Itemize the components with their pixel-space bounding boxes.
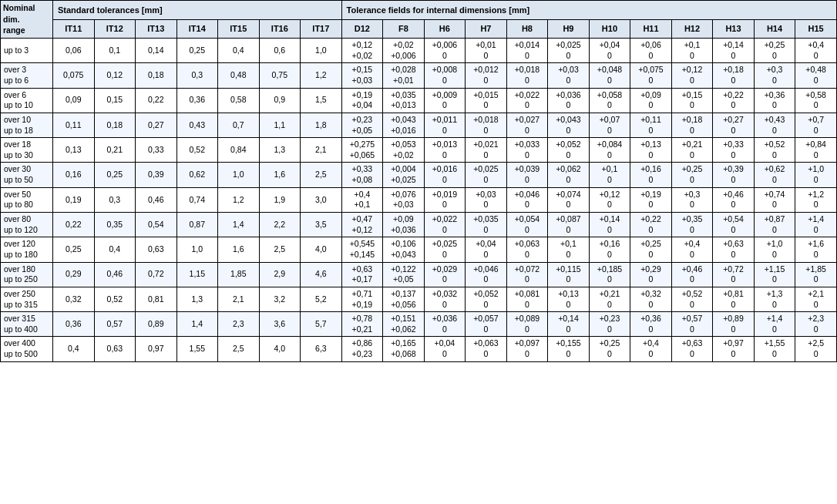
- tol-value: +0,122+0,05: [383, 262, 425, 287]
- it-value: 2,9: [259, 262, 301, 287]
- tol-value: +0,040: [466, 237, 507, 262]
- tol-value: +0,210: [671, 138, 713, 163]
- it-value: 0,15: [94, 88, 136, 113]
- tol-value: +0,1550: [548, 337, 590, 361]
- table-row: over 30up to 500,160,250,390,621,01,62,5…: [1, 163, 837, 187]
- it-value: 0,1: [94, 39, 136, 63]
- tol-value: +0,0250: [466, 163, 507, 187]
- tol-value: +0,220: [713, 88, 755, 113]
- it-value: 1,85: [218, 262, 260, 287]
- tol-value: +0,40: [671, 237, 713, 262]
- tol-value: +0,86+0,23: [341, 337, 383, 361]
- it-value: 5,7: [301, 312, 342, 337]
- tol-value: +0,0350: [466, 213, 507, 237]
- it-value: 0,22: [53, 213, 95, 237]
- it-value: 0,89: [136, 312, 177, 337]
- tol-value: +0,250: [754, 39, 795, 63]
- tol-value: +0,0810: [506, 287, 548, 311]
- it-value: 1,3: [176, 287, 218, 311]
- tol-value: +0,270: [713, 113, 755, 137]
- it-value: 0,33: [136, 138, 177, 163]
- tol-value: +0,230: [589, 312, 630, 337]
- it-value: 0,075: [53, 63, 95, 88]
- col-it13: IT13: [136, 19, 177, 39]
- tol-value: +0,0460: [506, 187, 548, 212]
- tol-value: +0,0870: [548, 213, 590, 237]
- tol-value: +0,060: [630, 39, 672, 63]
- it-value: 6,3: [301, 337, 342, 361]
- tol-value: +0,043+0,016: [383, 113, 425, 137]
- tol-value: +0,33+0,08: [341, 163, 383, 187]
- it-value: 1,1: [259, 113, 301, 137]
- tol-value: +0,40: [795, 39, 837, 63]
- tol-value: +0,390: [713, 163, 755, 187]
- tol-value: +1,850: [795, 262, 837, 287]
- it-value: 1,3: [259, 138, 301, 163]
- tol-value: +0,330: [713, 138, 755, 163]
- it-value: 2,5: [259, 237, 301, 262]
- tol-value: +0,0190: [424, 187, 466, 212]
- it-value: 0,6: [259, 39, 301, 63]
- table-row: over 80up to 1200,220,350,540,871,42,23,…: [1, 213, 837, 237]
- range-cell: over 120up to 180: [1, 237, 53, 262]
- tol-value: +0,070: [589, 113, 630, 137]
- tol-value: +0,840: [795, 138, 837, 163]
- tol-value: +0,360: [754, 88, 795, 113]
- it-value: 0,81: [136, 287, 177, 311]
- tol-value: +0,63+0,17: [341, 262, 383, 287]
- it-value: 1,0: [301, 39, 342, 63]
- tol-value: +0,160: [630, 163, 672, 187]
- it-value: 1,4: [218, 213, 260, 237]
- tol-value: +0,106+0,043: [383, 237, 425, 262]
- it-value: 4,0: [301, 237, 342, 262]
- range-cell: over 50up to 80: [1, 187, 53, 212]
- tol-value: +0,250: [589, 337, 630, 361]
- range-cell: over 315up to 400: [1, 312, 53, 337]
- tol-value: +0,040: [589, 39, 630, 63]
- tol-value: +0,15+0,03: [341, 63, 383, 88]
- it-value: 1,8: [301, 113, 342, 137]
- tol-value: +1,150: [754, 262, 795, 287]
- col-h12: H12: [671, 19, 713, 39]
- it-value: 2,3: [218, 312, 260, 337]
- tol-value: +0,10: [589, 163, 630, 187]
- tol-value: +0,0480: [589, 63, 630, 88]
- tol-value: +0,0390: [506, 163, 548, 187]
- tol-value: +0,70: [795, 113, 837, 137]
- it-value: 0,29: [53, 262, 95, 287]
- it-value: 0,13: [53, 138, 95, 163]
- it-value: 2,5: [301, 163, 342, 187]
- tol-value: +0,151+0,062: [383, 312, 425, 337]
- tol-value: +0,0320: [424, 287, 466, 311]
- it-value: 0,18: [136, 63, 177, 88]
- it-value: 0,35: [94, 213, 136, 237]
- tol-value: +0,0360: [548, 88, 590, 113]
- it-value: 0,4: [53, 337, 95, 361]
- it-value: 0,97: [136, 337, 177, 361]
- tol-value: +0,890: [713, 312, 755, 337]
- tol-value: +1,00: [754, 237, 795, 262]
- tol-value: +1,40: [754, 312, 795, 337]
- tol-value: +0,250: [671, 163, 713, 187]
- col-h10: H10: [589, 19, 630, 39]
- tol-value: +0,78+0,21: [341, 312, 383, 337]
- it-value: 2,1: [301, 138, 342, 163]
- tol-value: +0,620: [754, 163, 795, 187]
- it-value: 1,9: [259, 187, 301, 212]
- tol-value: +0,4+0,1: [341, 187, 383, 212]
- range-cell: up to 3: [1, 39, 53, 63]
- it-value: 2,2: [259, 213, 301, 237]
- tol-value: +0,09+0,036: [383, 213, 425, 237]
- tol-value: +1,20: [795, 187, 837, 212]
- tol-value: +0,160: [589, 237, 630, 262]
- it-value: 0,36: [53, 312, 95, 337]
- table-row: up to 30,060,10,140,250,40,61,0+0,12+0,0…: [1, 39, 837, 63]
- it-value: 0,14: [136, 39, 177, 63]
- table-row: over 400up to 5000,40,630,971,552,54,06,…: [1, 337, 837, 361]
- tol-value: +0,580: [795, 88, 837, 113]
- tol-value: +0,130: [548, 287, 590, 311]
- tol-value: +0,0890: [506, 312, 548, 337]
- it-value: 0,52: [94, 287, 136, 311]
- range-cell: over 30up to 50: [1, 163, 53, 187]
- tol-value: +0,030: [548, 63, 590, 88]
